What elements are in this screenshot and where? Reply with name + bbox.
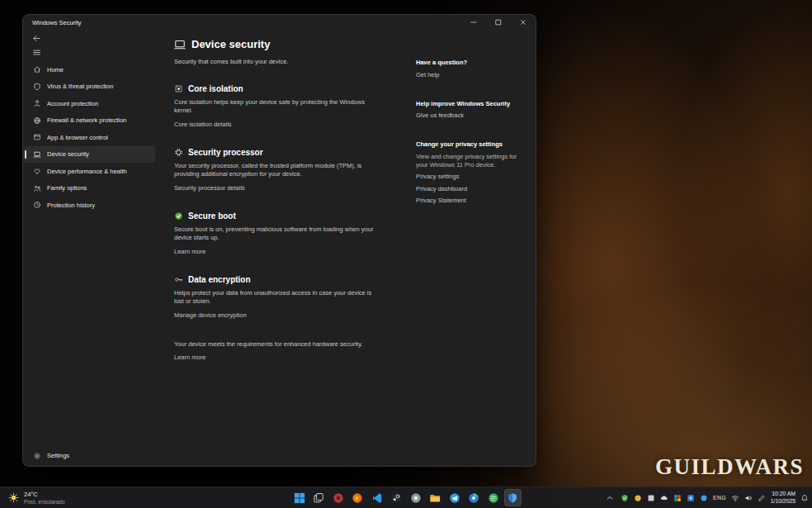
taskbar-app-gray[interactable] — [407, 489, 424, 506]
dark-app-icon — [390, 492, 402, 504]
privacy-group-body: View and change privacy settings for you… — [416, 153, 518, 169]
sidebar-item-label: Device security — [47, 150, 89, 158]
notification-bell-icon[interactable] — [800, 494, 809, 502]
sidebar-item-home[interactable]: Home — [23, 61, 155, 78]
page-subtitle: Security that comes built into your devi… — [174, 58, 382, 65]
history-clock-icon — [33, 201, 41, 209]
time-label: 10:20 AM — [771, 491, 795, 498]
nav-menu-button[interactable] — [26, 45, 46, 59]
hamburger-icon — [32, 48, 41, 57]
red-app-icon — [333, 492, 344, 504]
section-title: Core isolation — [188, 84, 243, 93]
taskbar-app-blue[interactable] — [465, 489, 483, 506]
system-tray: ENG 10:20 AM 1/10/2025 — [604, 491, 809, 506]
task-view-icon — [313, 492, 324, 504]
sidebar-item-label: Settings — [47, 452, 69, 459]
section-title: Security processor — [188, 148, 263, 157]
wifi-icon[interactable] — [731, 494, 739, 502]
security-processor-details-link[interactable]: Security processor details — [174, 184, 245, 192]
telegram-icon — [449, 492, 460, 504]
security-processor-icon — [174, 148, 183, 157]
start-button[interactable] — [290, 489, 308, 506]
sidebar-item-app-browser-control[interactable]: App & browser control — [23, 129, 155, 146]
sidebar-item-label: Protection history — [47, 202, 95, 209]
date-label: 1/10/2025 — [771, 498, 795, 506]
minimize-button[interactable] — [461, 15, 486, 30]
heart-icon — [33, 167, 41, 175]
sidebar-item-device-security[interactable]: Device security — [23, 146, 155, 164]
core-isolation-section: Core isolation Core isolation helps keep… — [174, 83, 382, 130]
help-group-title: Change your privacy settings — [416, 140, 518, 149]
taskbar-app-windows-security[interactable] — [504, 489, 522, 506]
sidebar-item-virus-threat-protection[interactable]: Virus & threat protection — [23, 78, 155, 96]
green-shield-tray-icon[interactable] — [621, 494, 629, 502]
taskbar-app-telegram[interactable] — [446, 489, 463, 506]
have-a-question-group: Have a question? Get help — [416, 59, 518, 79]
blue-grid-tray-icon[interactable] — [687, 494, 695, 502]
sun-weather-icon — [8, 492, 20, 504]
windows-security-shield-icon — [507, 492, 518, 504]
taskbar: 24°C Pred. ensolarado — [0, 487, 812, 508]
privacy-dashboard-link[interactable]: Privacy dashboard — [416, 185, 518, 193]
window-title: Windows Security — [32, 19, 82, 26]
onedrive-cloud-icon[interactable] — [660, 494, 668, 502]
minimize-icon — [470, 19, 477, 26]
privacy-statement-link[interactable]: Privacy Statement — [416, 197, 518, 205]
taskbar-app-firefox[interactable] — [349, 489, 366, 506]
taskbar-app-green[interactable] — [484, 489, 502, 506]
sidebar-nav-list: Home Virus & threat protection Account p… — [23, 61, 155, 214]
sidebar-item-settings[interactable]: Settings — [23, 448, 155, 465]
family-people-icon — [33, 184, 41, 192]
sidebar-item-label: Firewall & network protection — [47, 116, 126, 124]
core-isolation-details-link[interactable]: Core isolation details — [174, 121, 232, 128]
manage-device-encryption-link[interactable]: Manage device encryption — [174, 311, 247, 319]
sidebar-item-protection-history[interactable]: Protection history — [23, 197, 155, 214]
pen-icon[interactable] — [758, 494, 766, 502]
section-body: Your security processor, called the trus… — [174, 162, 382, 178]
give-us-feedback-link[interactable]: Give us feedback — [416, 112, 518, 120]
sidebar-item-account-protection[interactable]: Account protection — [23, 95, 155, 112]
main-content: Device security Security that comes buil… — [174, 30, 382, 466]
section-body: Core isolation helps keep your device sa… — [174, 98, 382, 115]
blue-dot-tray-icon[interactable] — [700, 494, 708, 502]
taskbar-app-file-explorer[interactable] — [427, 489, 444, 506]
sidebar-item-label: Home — [47, 66, 64, 74]
taskbar-app-vscode[interactable] — [368, 489, 385, 506]
sidebar-item-label: Virus & threat protection — [47, 83, 113, 90]
white-tray-icon[interactable] — [647, 494, 655, 502]
home-icon — [33, 65, 41, 74]
page-title-row: Device security — [174, 38, 382, 50]
volume-icon[interactable] — [744, 494, 753, 502]
secure-boot-learn-more-link[interactable]: Learn more — [174, 248, 205, 255]
page-title: Device security — [191, 38, 270, 50]
language-indicator[interactable]: ENG — [713, 495, 726, 501]
back-button[interactable] — [26, 31, 46, 45]
get-help-link[interactable]: Get help — [416, 71, 518, 79]
section-body: Secure boot is on, preventing malicious … — [174, 226, 382, 242]
sidebar-item-family-options[interactable]: Family options — [23, 180, 155, 197]
sidebar-item-device-performance-health[interactable]: Device performance & health — [23, 163, 155, 180]
color-grid-tray-icon[interactable] — [673, 494, 682, 502]
maximize-icon — [495, 19, 502, 26]
task-view-button[interactable] — [310, 489, 328, 506]
taskbar-app-dark[interactable] — [388, 489, 405, 506]
section-title: Data encryption — [188, 275, 251, 284]
tray-expand-button[interactable] — [604, 491, 616, 506]
sidebar-item-label: Account protection — [47, 100, 98, 107]
maximize-button[interactable] — [486, 15, 511, 30]
yellow-tray-icon[interactable] — [634, 494, 642, 502]
privacy-settings-link[interactable]: Privacy settings — [416, 173, 518, 181]
help-panel: Have a question? Get help Help improve W… — [416, 30, 518, 205]
sidebar-item-firewall-network-protection[interactable]: Firewall & network protection — [23, 112, 155, 130]
hardware-security-learn-more-link[interactable]: Learn more — [174, 354, 205, 361]
feedback-group: Help improve Windows Security Give us fe… — [416, 100, 518, 121]
sidebar-item-label: App & browser control — [47, 134, 108, 141]
weather-widget[interactable]: 24°C Pred. ensolarado — [2, 489, 71, 506]
close-button[interactable] — [511, 15, 536, 30]
clock[interactable]: 10:20 AM 1/10/2025 — [771, 491, 795, 505]
taskbar-center — [290, 489, 522, 506]
taskbar-app-red[interactable] — [329, 489, 347, 506]
blue-app-icon — [468, 492, 479, 504]
close-icon — [520, 19, 526, 26]
shield-icon — [33, 83, 41, 91]
